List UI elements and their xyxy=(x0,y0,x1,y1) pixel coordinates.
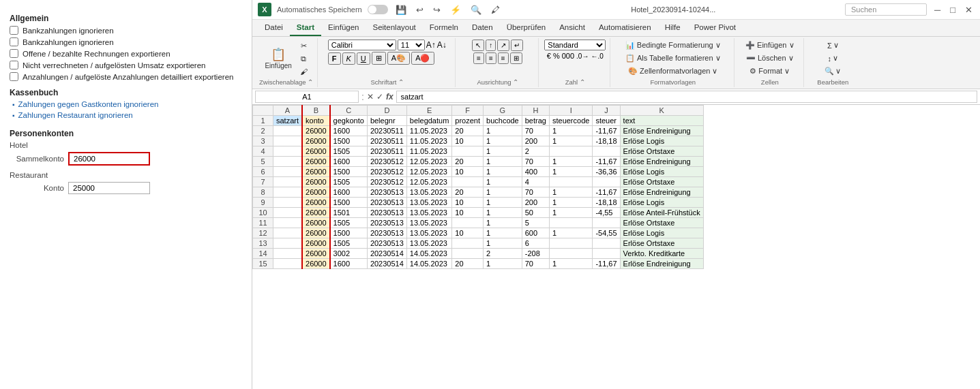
highlight-icon[interactable]: 🖍 xyxy=(489,5,502,15)
btn-zellen-loeschen[interactable]: ➖Löschen ∨ xyxy=(743,52,797,64)
cell-e5[interactable]: 12.05.2023 xyxy=(406,157,452,167)
btn-bedingte-formatierung[interactable]: 📊Bedingte Formatierung ∨ xyxy=(623,40,724,51)
cell-h11[interactable]: 5 xyxy=(522,218,549,228)
align-l-btn[interactable]: ≡ xyxy=(473,52,484,64)
cell-g13[interactable]: 1 xyxy=(484,238,522,249)
cell-f8[interactable]: 20 xyxy=(452,187,484,198)
cell-h1[interactable]: betrag xyxy=(522,116,549,126)
cell-h10[interactable]: 50 xyxy=(522,208,549,218)
cell-e13[interactable]: 13.05.2023 xyxy=(406,238,452,249)
cell-c1[interactable]: gegkonto xyxy=(330,116,368,126)
cell-i10[interactable]: 1 xyxy=(549,208,592,218)
cell-d1[interactable]: belegnr xyxy=(367,116,406,126)
align-tl-btn[interactable]: ↖ xyxy=(472,40,484,51)
cell-h12[interactable]: 600 xyxy=(522,228,549,238)
formula-input[interactable] xyxy=(396,91,977,103)
cell-f2[interactable]: 20 xyxy=(452,126,484,136)
btn-als-tabelle-formatieren[interactable]: 📋Als Tabelle formatieren ∨ xyxy=(623,52,724,64)
cell-k15[interactable]: Erlöse Endreinigung xyxy=(620,259,703,269)
cell-d8[interactable]: 20230513 xyxy=(367,187,406,198)
cell-i8[interactable]: 1 xyxy=(549,187,592,198)
italic-btn[interactable]: K xyxy=(342,52,355,65)
tab-ueberpruefen[interactable]: Überprüfen xyxy=(500,20,553,36)
cell-d5[interactable]: 20230512 xyxy=(367,157,406,167)
cell-c11[interactable]: 1505 xyxy=(330,218,368,228)
align-tr-btn[interactable]: ↗ xyxy=(497,40,509,51)
cell-j9[interactable]: -18,18 xyxy=(593,198,620,208)
cell-e1[interactable]: belegdatum xyxy=(406,116,452,126)
cell-g9[interactable]: 1 xyxy=(484,198,522,208)
formula-cancel-icon[interactable]: ✕ xyxy=(367,92,374,102)
cell-f12[interactable]: 10 xyxy=(452,228,484,238)
cell-b10[interactable]: 26000 xyxy=(302,208,330,218)
cell-a5[interactable] xyxy=(273,157,303,167)
cell-k4[interactable]: Erlöse Ortstaxe xyxy=(620,146,703,157)
cell-e11[interactable]: 13.05.2023 xyxy=(406,218,452,228)
cell-f7[interactable] xyxy=(452,177,484,187)
cell-g7[interactable]: 1 xyxy=(484,177,522,187)
cell-i2[interactable]: 1 xyxy=(549,126,592,136)
cell-g15[interactable]: 1 xyxy=(484,259,522,269)
cell-i7[interactable] xyxy=(549,177,592,187)
btn-zellenformatvorlagen[interactable]: 🎨Zellenformatvorlagen ∨ xyxy=(625,65,720,77)
cell-g3[interactable]: 1 xyxy=(484,136,522,146)
underline-btn[interactable]: U xyxy=(357,52,370,65)
checkbox-nicht-verrechneten[interactable]: Nicht verrechneten / aufgelösten Umsatz … xyxy=(10,61,242,69)
sammelkonto-input[interactable]: 26000 xyxy=(68,152,150,166)
cell-i9[interactable]: 1 xyxy=(549,198,592,208)
cell-g8[interactable]: 1 xyxy=(484,187,522,198)
cell-d15[interactable]: 20230514 xyxy=(367,259,406,269)
cell-c15[interactable]: 1600 xyxy=(330,259,368,269)
tab-power-pivot[interactable]: Power Pivot xyxy=(687,20,743,36)
align-c-btn[interactable]: ≡ xyxy=(486,52,496,64)
undo-icon[interactable]: ↩ xyxy=(414,5,426,15)
cell-a11[interactable] xyxy=(273,218,303,228)
cell-i11[interactable] xyxy=(549,218,592,228)
cell-a8[interactable] xyxy=(273,187,303,198)
border-btn[interactable]: ⊞ xyxy=(372,52,386,65)
cell-h9[interactable]: 200 xyxy=(522,198,549,208)
tab-start[interactable]: Start xyxy=(290,20,321,36)
font-size-select[interactable]: 11 xyxy=(398,40,425,50)
cell-a7[interactable] xyxy=(273,177,303,187)
cell-i13[interactable] xyxy=(549,238,592,249)
col-header-f[interactable]: F xyxy=(452,106,484,116)
cell-c4[interactable]: 1505 xyxy=(330,146,368,157)
col-header-a[interactable]: A xyxy=(273,106,303,116)
cell-b3[interactable]: 26000 xyxy=(302,136,330,146)
cell-f13[interactable] xyxy=(452,238,484,249)
cell-h8[interactable]: 70 xyxy=(522,187,549,198)
cell-j8[interactable]: -11,67 xyxy=(593,187,620,198)
cell-c5[interactable]: 1600 xyxy=(330,157,368,167)
tab-formeln[interactable]: Formeln xyxy=(423,20,465,36)
cell-g6[interactable]: 1 xyxy=(484,167,522,177)
decimal-increase-icon[interactable]: .0→ xyxy=(576,52,589,60)
number-format-select[interactable]: Standard xyxy=(544,40,606,50)
cell-g4[interactable]: 1 xyxy=(484,146,522,157)
cell-a6[interactable] xyxy=(273,167,303,177)
checkbox-bankzahlungen-ignorieren-2[interactable]: Bankzahlungen ignorieren xyxy=(10,37,242,46)
cell-d7[interactable]: 20230512 xyxy=(367,177,406,187)
cell-k2[interactable]: Erlöse Endreinigung xyxy=(620,126,703,136)
merge-btn[interactable]: ⊞ xyxy=(510,52,522,64)
currency-icon[interactable]: € xyxy=(547,52,551,60)
cell-h2[interactable]: 70 xyxy=(522,126,549,136)
cell-e6[interactable]: 12.05.2023 xyxy=(406,167,452,177)
btn-format-uebertragen[interactable]: 🖌 xyxy=(297,66,310,77)
cell-c2[interactable]: 1600 xyxy=(330,126,368,136)
link-zahlungen-restaurant[interactable]: Zahlungen Restaurant ignorieren xyxy=(10,111,242,119)
col-header-d[interactable]: D xyxy=(367,106,406,116)
cell-reference-input[interactable] xyxy=(255,91,359,103)
cell-k14[interactable]: Verkto. Kreditkarte xyxy=(620,249,703,259)
cell-j13[interactable] xyxy=(593,238,620,249)
percent-icon[interactable]: % xyxy=(553,52,560,60)
tab-daten[interactable]: Daten xyxy=(465,20,500,36)
col-header-j[interactable]: J xyxy=(593,106,620,116)
search-box[interactable]: Suchen xyxy=(845,3,927,16)
cell-i3[interactable]: 1 xyxy=(549,136,592,146)
formula-confirm-icon[interactable]: ✓ xyxy=(376,92,383,102)
cell-e10[interactable]: 13.05.2023 xyxy=(406,208,452,218)
cell-k1[interactable]: text xyxy=(620,116,703,126)
wrap-text-btn[interactable]: ↵ xyxy=(511,40,523,51)
cell-f6[interactable]: 10 xyxy=(452,167,484,177)
